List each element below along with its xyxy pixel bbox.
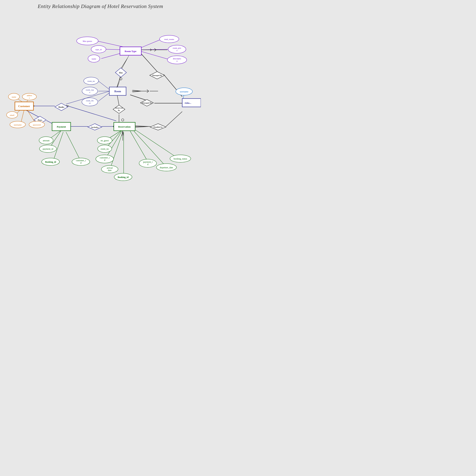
has-label: Has [119,71,123,74]
svg-line-27 [141,54,158,72]
arrival-date-label2: date [108,169,112,172]
customer-id-res-label2: d [104,159,105,161]
room-floor-label: room_flo [86,100,94,102]
customer-name-label: name [12,96,16,98]
svg-line-63 [121,54,130,70]
diagram-container: Entity Relationship Diagram of Hotel Res… [0,0,201,201]
pays-label: Pays [38,119,42,121]
svg-line-40 [166,112,182,126]
room-type-label: Room Type [125,50,136,53]
svg-line-32 [147,90,149,91]
payment-id-label: payment_id [43,148,53,150]
reserved-by-label2: By [118,109,120,111]
svg-line-51 [66,132,81,161]
svg-line-62 [122,53,130,70]
address-label: addres [27,94,32,97]
includes-label: Includes [91,126,99,128]
svg-line-55 [110,132,123,169]
room-no-label: room_no [87,80,95,82]
customer-id-p-label: customer_i [76,159,86,162]
svg-line-72 [117,77,121,87]
total-rooms-label: total_rooms [164,38,174,40]
username-c-label: username [14,124,22,126]
payment-label: Payment [57,125,66,128]
payment-id-res-label: payment_i [143,161,153,163]
customer-label: Customer [18,105,30,108]
email-label: email [10,114,14,116]
svg-line-57 [130,131,149,163]
svg-line-29 [130,95,147,101]
managed-by-bottom-label: Managed By [142,102,152,104]
room-type-attr-label2: e [89,91,90,93]
room-no-res-label: room_no [101,148,109,150]
customer-id-res-label: customer_i [100,156,110,159]
svg-line-73 [117,77,120,87]
room-type-attr-label: room_typ [86,89,94,91]
handled-by-label: Handled by [153,126,163,128]
description-label2: n [176,60,178,62]
username-adm-label: username [180,90,188,93]
booking-status-label: booking_status [174,157,187,160]
svg-point-64 [122,119,124,121]
arrival-date-label: arrival [107,167,113,169]
type-id-label: type_id [96,48,102,51]
departure-date-label: departure_date [160,166,173,169]
room-label: Room [114,90,121,93]
password-label: password [33,124,41,126]
svg-line-15 [68,106,116,121]
payment-id-res-label2: d [147,163,148,166]
room-floor-label2: or [89,102,91,104]
reserved-by-label: Reserved [115,107,123,109]
address-label2: s [29,97,30,99]
room-price-label: room_pric [173,47,181,49]
room-price-label2: e [177,49,178,51]
max-guests-label: Max guests [83,40,92,42]
svg-line-33 [147,91,149,93]
booking-id-res-label: Booking_id [118,176,129,178]
er-diagram: Customer Room Room Type Reservation Paym… [0,0,201,201]
svg-line-59 [136,130,178,159]
name-rt-label: name [92,58,96,60]
description-label: descriptio [173,57,181,60]
books-label: Books [58,106,64,108]
svg-line-37 [154,50,156,51]
svg-line-17 [25,110,39,117]
booking-id-p-label: Booking_id [45,161,56,163]
amount-label: amount [43,139,50,142]
managed-by-top-label: Managed By [152,74,162,76]
admin-label: Adm... [184,102,191,104]
svg-line-26 [117,95,119,105]
no-guest-label: no_guest [101,139,109,142]
reservation-label: Reservation [118,125,131,128]
customer-id-p-label2: d [80,162,82,164]
